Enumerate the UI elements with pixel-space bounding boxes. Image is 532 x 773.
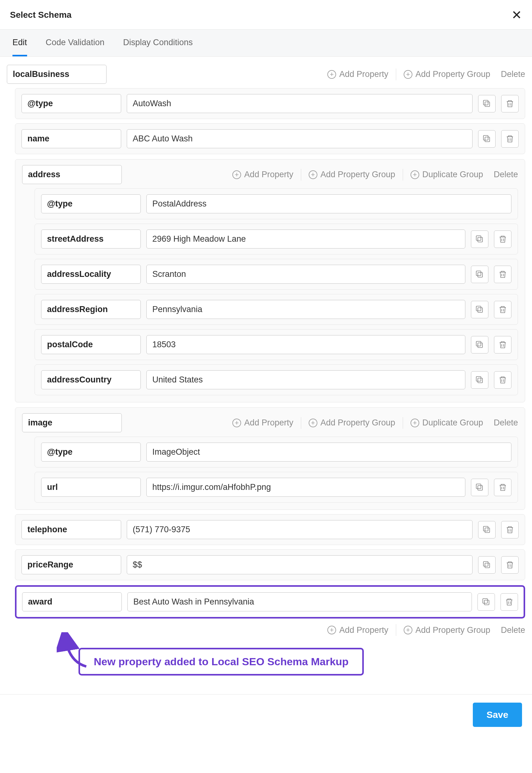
prop-key[interactable]: priceRange bbox=[21, 555, 121, 574]
delete-row-button[interactable] bbox=[501, 95, 519, 112]
prop-key[interactable]: name bbox=[21, 129, 121, 148]
close-icon[interactable]: ✕ bbox=[511, 9, 522, 21]
highlight-award: award bbox=[15, 585, 525, 619]
copy-button[interactable] bbox=[471, 336, 488, 353]
prop-key[interactable]: award bbox=[22, 592, 122, 611]
prop-value-input[interactable] bbox=[146, 443, 511, 462]
delete-row-button[interactable] bbox=[501, 521, 519, 538]
plus-icon: + bbox=[309, 419, 317, 427]
copy-icon bbox=[482, 99, 491, 108]
prop-key[interactable]: telephone bbox=[21, 520, 121, 539]
delete-row-button[interactable] bbox=[494, 336, 511, 353]
delete-row-button[interactable] bbox=[501, 130, 519, 148]
prop-value-input[interactable] bbox=[146, 265, 465, 284]
delete-button[interactable]: Delete bbox=[491, 170, 518, 179]
delete-row-button[interactable] bbox=[501, 556, 519, 574]
trash-icon bbox=[498, 235, 507, 244]
property-row-addressRegion: addressRegion bbox=[35, 294, 518, 325]
prop-key[interactable]: @type bbox=[21, 94, 121, 113]
add-property-group-button[interactable]: +Add Property Group bbox=[404, 625, 490, 635]
add-property-button[interactable]: + Add Property bbox=[327, 69, 388, 79]
delete-row-button[interactable] bbox=[494, 266, 511, 283]
property-row-addressLocality: addressLocality bbox=[35, 259, 518, 290]
prop-key[interactable]: addressLocality bbox=[41, 265, 141, 284]
delete-button[interactable]: Delete bbox=[491, 418, 518, 428]
trash-icon bbox=[506, 135, 514, 143]
copy-icon bbox=[475, 270, 484, 279]
prop-value-input[interactable] bbox=[146, 370, 465, 389]
prop-key[interactable]: streetAddress bbox=[41, 230, 141, 249]
root-schema-chip[interactable]: localBusiness bbox=[7, 65, 107, 84]
copy-button[interactable] bbox=[477, 593, 495, 611]
copy-icon bbox=[475, 305, 484, 314]
prop-value-input[interactable] bbox=[127, 94, 473, 113]
prop-key[interactable]: addressRegion bbox=[41, 300, 141, 319]
copy-button[interactable] bbox=[478, 556, 496, 574]
duplicate-group-button[interactable]: +Duplicate Group bbox=[411, 418, 483, 428]
delete-row-button[interactable] bbox=[494, 230, 511, 248]
copy-button[interactable] bbox=[471, 266, 488, 283]
tab-edit[interactable]: Edit bbox=[12, 30, 27, 56]
prop-key[interactable]: @type bbox=[41, 443, 141, 462]
property-row-postalCode: postalCode bbox=[35, 329, 518, 360]
plus-icon: + bbox=[404, 70, 412, 79]
prop-value-input[interactable] bbox=[127, 129, 473, 148]
trash-icon bbox=[498, 270, 507, 279]
group-image-label[interactable]: image bbox=[22, 413, 122, 432]
prop-value-input[interactable] bbox=[146, 194, 511, 213]
delete-row-button[interactable] bbox=[501, 593, 518, 611]
tab-code-validation[interactable]: Code Validation bbox=[46, 30, 105, 56]
prop-value-input[interactable] bbox=[146, 230, 465, 249]
callout-arrow-icon bbox=[57, 632, 94, 670]
add-property-button[interactable]: +Add Property bbox=[327, 625, 388, 635]
copy-button[interactable] bbox=[471, 479, 488, 496]
prop-value-input[interactable] bbox=[146, 335, 465, 354]
property-row-addressCountry: addressCountry bbox=[35, 364, 518, 395]
tab-display-conditions[interactable]: Display Conditions bbox=[123, 30, 193, 56]
add-property-button[interactable]: +Add Property bbox=[232, 170, 293, 179]
delete-row-button[interactable] bbox=[494, 371, 511, 389]
prop-key[interactable]: addressCountry bbox=[41, 370, 141, 389]
prop-value-input[interactable] bbox=[127, 520, 473, 539]
trash-icon bbox=[505, 598, 514, 606]
copy-button[interactable] bbox=[471, 230, 488, 248]
copy-button[interactable] bbox=[478, 95, 496, 112]
add-property-label: Add Property bbox=[339, 69, 388, 79]
copy-button[interactable] bbox=[478, 130, 496, 148]
prop-key[interactable]: @type bbox=[41, 194, 141, 213]
group-address-label[interactable]: address bbox=[22, 165, 122, 184]
add-property-group-button[interactable]: +Add Property Group bbox=[309, 170, 395, 179]
copy-icon bbox=[475, 235, 484, 244]
prop-value-input[interactable] bbox=[127, 555, 473, 574]
property-row-streetAddress: streetAddress bbox=[35, 224, 518, 254]
save-button[interactable]: Save bbox=[473, 703, 522, 727]
add-property-button[interactable]: +Add Property bbox=[232, 418, 293, 428]
duplicate-group-button[interactable]: +Duplicate Group bbox=[411, 170, 483, 179]
prop-key[interactable]: postalCode bbox=[41, 335, 141, 354]
copy-button[interactable] bbox=[471, 371, 488, 389]
prop-key[interactable]: url bbox=[41, 478, 141, 497]
copy-icon bbox=[482, 135, 491, 143]
copy-icon bbox=[482, 561, 491, 569]
prop-value-input[interactable] bbox=[127, 592, 472, 611]
property-row-priceRange: priceRange bbox=[15, 549, 525, 580]
add-property-group-button[interactable]: + Add Property Group bbox=[404, 69, 490, 79]
delete-row-button[interactable] bbox=[494, 479, 511, 496]
add-property-group-label: Add Property Group bbox=[416, 69, 490, 79]
copy-button[interactable] bbox=[478, 521, 496, 538]
plus-icon: + bbox=[411, 419, 419, 427]
prop-value-input[interactable] bbox=[146, 300, 465, 319]
delete-button[interactable]: Delete bbox=[498, 625, 525, 635]
delete-button[interactable]: Delete bbox=[498, 69, 525, 79]
property-row-address-type: @type bbox=[35, 188, 518, 219]
property-row-image-type: @type bbox=[35, 437, 518, 467]
delete-row-button[interactable] bbox=[494, 301, 511, 318]
trash-icon bbox=[498, 483, 507, 492]
property-row-type: @type bbox=[15, 88, 525, 119]
plus-icon: + bbox=[232, 419, 241, 427]
add-property-group-button[interactable]: +Add Property Group bbox=[309, 418, 395, 428]
prop-value-input[interactable] bbox=[146, 478, 465, 497]
group-image: image +Add Property +Add Property Group … bbox=[15, 407, 525, 510]
property-row-telephone: telephone bbox=[15, 514, 525, 545]
copy-button[interactable] bbox=[471, 301, 488, 318]
